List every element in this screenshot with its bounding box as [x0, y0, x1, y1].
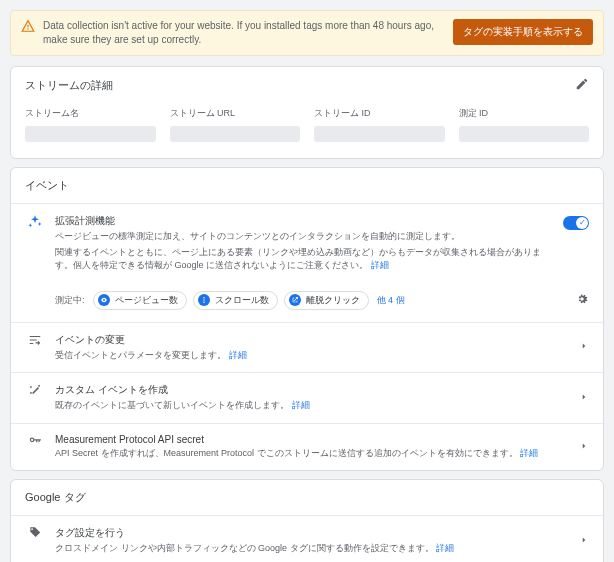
modify-title: イベントの変更: [55, 333, 571, 347]
enhanced-title: 拡張計測機能: [55, 214, 555, 228]
gtag-title: Google タグ: [25, 490, 86, 505]
enhanced-desc2: 関連するイベントとともに、ページ上にある要素（リンクや埋め込み動画など）からもデ…: [55, 247, 541, 271]
measuring-label: 測定中:: [55, 294, 85, 307]
gear-icon[interactable]: [575, 292, 589, 308]
config-title: タグ設定を行う: [55, 526, 571, 540]
modify-detail-link[interactable]: 詳細: [229, 350, 247, 360]
placeholder: [25, 126, 156, 142]
placeholder: [170, 126, 301, 142]
enhanced-toggle[interactable]: [563, 216, 589, 230]
tag-config-row[interactable]: タグ設定を行う クロスドメイン リンクや内部トラフィックなどの Google タ…: [11, 515, 603, 562]
measuring-chips-row: 測定中: ページビュー数 スクロール数 離脱クリック 他 4 個: [11, 283, 603, 322]
mp-title: Measurement Protocol API secret: [55, 434, 571, 445]
config-detail-link[interactable]: 詳細: [436, 543, 454, 553]
enhanced-measurement-row: 拡張計測機能 ページビューの標準測定に加え、サイトのコンテンツとのインタラクショ…: [11, 203, 603, 283]
label-stream-id: ストリーム ID: [314, 107, 445, 120]
google-tag-card: Google タグ タグ設定を行う クロスドメイン リンクや内部トラフィックなど…: [10, 479, 604, 562]
events-card: イベント 拡張計測機能 ページビューの標準測定に加え、サイトのコンテンツとのイン…: [10, 167, 604, 471]
placeholder: [459, 126, 590, 142]
edit-icon[interactable]: [575, 77, 589, 93]
label-stream-name: ストリーム名: [25, 107, 156, 120]
chip-outbound: 離脱クリック: [284, 291, 369, 310]
warning-text: Data collection isn't active for your we…: [43, 19, 453, 47]
warning-banner: Data collection isn't active for your we…: [10, 10, 604, 56]
chip-scrolls: スクロール数: [193, 291, 278, 310]
show-tag-instructions-button[interactable]: タグの実装手順を表示する: [453, 19, 593, 45]
events-title: イベント: [25, 178, 69, 193]
placeholder: [314, 126, 445, 142]
label-stream-url: ストリーム URL: [170, 107, 301, 120]
adjust-icon: [25, 333, 45, 347]
custom-events-row[interactable]: カスタム イベントを作成 既存のイベントに基づいて新しいイベントを作成します。 …: [11, 372, 603, 423]
chevron-right-icon: [579, 535, 589, 547]
custom-detail-link[interactable]: 詳細: [292, 400, 310, 410]
chevron-right-icon: [579, 441, 589, 453]
custom-title: カスタム イベントを作成: [55, 383, 571, 397]
label-measurement-id: 測定 ID: [459, 107, 590, 120]
key-icon: [25, 434, 45, 448]
stream-details-card: ストリームの詳細 ストリーム名 ストリーム URL ストリーム ID 測定 ID: [10, 66, 604, 159]
modify-events-row[interactable]: イベントの変更 受信イベントとパラメータを変更します。 詳細: [11, 322, 603, 373]
enhanced-desc1: ページビューの標準測定に加え、サイトのコンテンツとのインタラクションを自動的に測…: [55, 230, 555, 244]
chip-pageviews: ページビュー数: [93, 291, 187, 310]
chevron-right-icon: [579, 392, 589, 404]
enhanced-detail-link[interactable]: 詳細: [371, 260, 389, 270]
wand-icon: [25, 383, 45, 397]
warning-icon: [21, 19, 35, 35]
chips-more-link[interactable]: 他 4 個: [377, 294, 405, 307]
stream-details-title: ストリームの詳細: [25, 78, 113, 93]
mp-detail-link[interactable]: 詳細: [520, 448, 538, 458]
mp-secret-row[interactable]: Measurement Protocol API secret API Secr…: [11, 423, 603, 471]
tag-icon: [25, 526, 45, 540]
chevron-right-icon: [579, 341, 589, 353]
sparkle-icon: [25, 214, 45, 230]
